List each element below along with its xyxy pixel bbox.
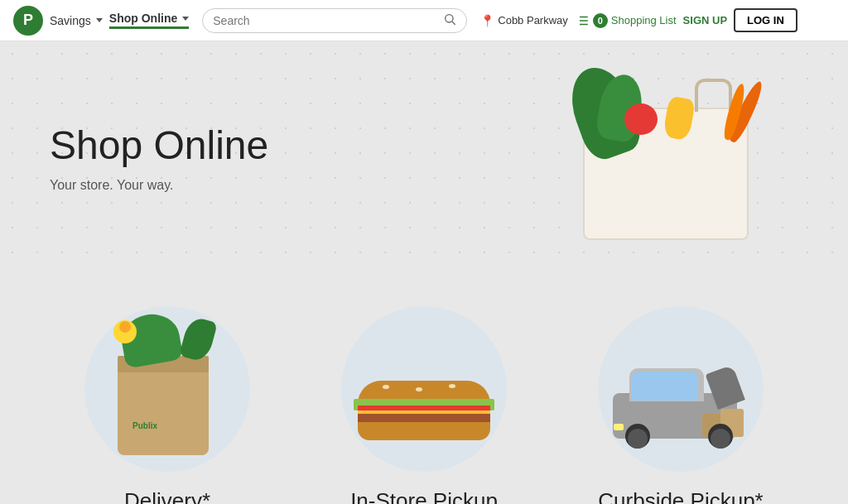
curbside-title: Curbside Pickup* <box>598 488 763 504</box>
svg-point-0 <box>446 14 453 22</box>
instore-image <box>341 306 507 472</box>
hero-section: Shop Online Your store. Your way. <box>0 41 848 273</box>
location-pin-icon: 📍 <box>480 14 494 27</box>
instore-title: In-Store Pickup <box>350 488 498 504</box>
search-input[interactable] <box>213 14 443 27</box>
location-label: Cobb Parkway <box>498 14 568 26</box>
hero-image <box>533 74 798 240</box>
location-selector[interactable]: 📍 Cobb Parkway <box>480 14 568 27</box>
svg-line-1 <box>452 22 455 25</box>
curbside-image <box>598 306 764 472</box>
hero-subtitle: Your store. Your way. <box>50 178 533 193</box>
signup-button[interactable]: SIGN UP <box>683 14 727 26</box>
hero-text: Shop Online Your store. Your way. <box>50 122 533 193</box>
service-sections: Publix Delivery* Shop from anywhere. Get… <box>0 273 848 504</box>
shopping-list-label: Shopping List <box>611 14 677 26</box>
savings-menu[interactable]: Savings <box>50 14 103 27</box>
delivery-image: Publix <box>84 306 250 472</box>
delivery-section: Publix Delivery* Shop from anywhere. Get… <box>55 306 279 504</box>
savings-label: Savings <box>50 14 91 27</box>
shop-online-label: Shop Online <box>109 12 177 25</box>
publix-logo[interactable]: P <box>13 6 43 36</box>
curbside-section: Curbside Pickup* Shop online for groceri… <box>569 306 793 504</box>
list-icon <box>575 13 590 28</box>
shop-online-chevron-icon <box>182 17 189 21</box>
search-bar <box>202 8 467 33</box>
shop-online-menu[interactable]: Shop Online <box>109 12 189 29</box>
hero-title: Shop Online <box>50 122 533 168</box>
savings-chevron-icon <box>96 18 103 22</box>
delivery-title: Delivery* <box>124 488 210 504</box>
navbar: P Savings Shop Online 📍 Cobb Parkway 0 S… <box>0 0 848 41</box>
shopping-list-button[interactable]: 0 Shopping List <box>575 13 677 28</box>
instore-section: In-Store Pickup Busy schedule? Order onl… <box>312 306 536 504</box>
search-icon <box>443 12 456 29</box>
cart-count-badge: 0 <box>593 13 608 28</box>
login-button[interactable]: LOG IN <box>734 8 797 32</box>
